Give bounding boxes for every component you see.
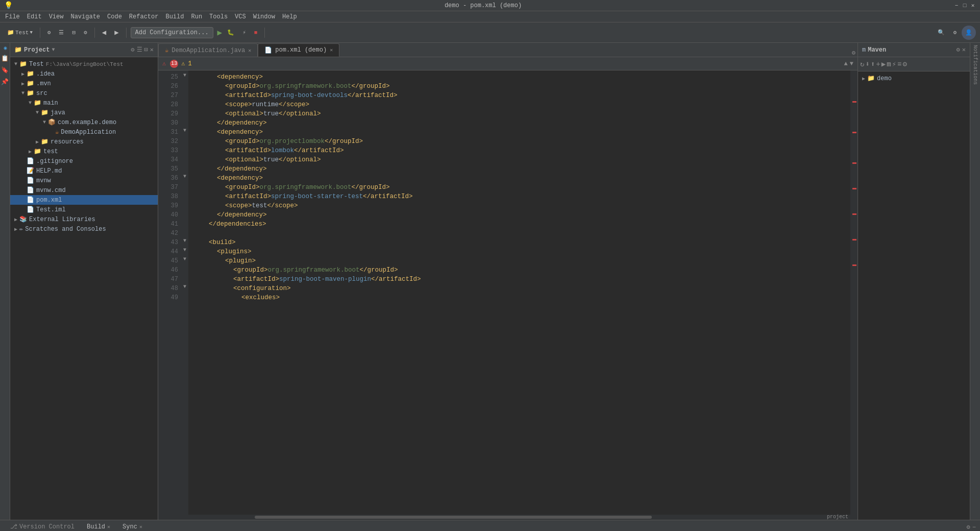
tab-version-control[interactable]: ⎇ Version Control (4, 521, 81, 532)
expand-btn[interactable]: ⊟ (69, 28, 79, 37)
fold-31[interactable]: ▼ (183, 128, 186, 133)
maven-action-download[interactable]: ⬇ (865, 60, 869, 68)
debug-button[interactable]: 🐛 (224, 28, 237, 37)
fold-43[interactable]: ▼ (183, 238, 186, 244)
maven-demo-arrow: ▶ (862, 76, 865, 82)
menu-vcs[interactable]: VCS (232, 12, 249, 21)
code-area[interactable]: <dependency> <groupId>org.springframewor… (188, 70, 850, 520)
list-btn[interactable]: ☰ (56, 28, 67, 37)
h-scrollbar-thumb[interactable] (255, 516, 652, 519)
maximize-btn[interactable]: □ (962, 3, 968, 9)
tab-sync-active[interactable]: Sync ✕ (116, 521, 149, 532)
tree-ext-libs[interactable]: ▶ 📚 External Libraries (10, 214, 158, 224)
build-close[interactable]: ✕ (107, 524, 110, 530)
fold-25[interactable]: ▼ (183, 73, 186, 78)
sidebar-icon-3[interactable]: 🔖 (1, 66, 9, 74)
project-settings-icon[interactable]: ⚙ (131, 46, 134, 54)
tree-demo-app[interactable]: ☕ DemoApplication (10, 127, 158, 137)
maven-demo-item[interactable]: ▶ 📁 demo (860, 74, 968, 83)
mvnwcmd-icon: 📄 (27, 186, 34, 194)
maven-action-m[interactable]: m (887, 60, 891, 68)
notifications-btn[interactable]: 👤 (962, 26, 976, 40)
project-dropdown-arrow[interactable]: ▼ (52, 47, 55, 53)
tree-idea[interactable]: ▶ 📁 .idea (10, 69, 158, 79)
settings-btn[interactable]: ⚙ (44, 28, 54, 37)
maven-demo-icon: 📁 (867, 75, 875, 82)
maven-settings-icon[interactable]: ⚙ (957, 46, 960, 54)
run-coverage-btn[interactable]: ⚡ (239, 28, 249, 37)
tree-mvn[interactable]: ▶ 📁 .mvn (10, 79, 158, 88)
fold-44[interactable]: ▼ (183, 247, 186, 253)
maven-action-upload[interactable]: ⬆ (871, 60, 875, 68)
tree-gitignore[interactable]: 📄 .gitignore (10, 156, 158, 166)
tab-pom[interactable]: 📄 pom.xml (demo) ✕ (258, 43, 339, 57)
maven-action-refresh[interactable]: ↻ (860, 60, 864, 68)
project-collapse-icon[interactable]: ⊟ (144, 46, 148, 54)
menu-navigate[interactable]: Navigate (67, 12, 103, 21)
bottom-minimize-icon[interactable]: − (972, 524, 976, 531)
menu-file[interactable]: File (2, 12, 23, 21)
tree-root[interactable]: ▼ 📁 Test F:\Java\SpringBoot\Test (10, 59, 158, 69)
minimize-btn[interactable]: − (953, 3, 960, 9)
tree-test[interactable]: ▶ 📁 test (10, 147, 158, 156)
tree-mvnwcmd[interactable]: 📄 mvnw.cmd (10, 185, 158, 195)
forward-btn[interactable]: ▶ (111, 27, 121, 38)
menu-window[interactable]: Window (250, 12, 278, 21)
tree-resources[interactable]: ▶ 📁 resources (10, 137, 158, 147)
menu-help[interactable]: Help (279, 12, 300, 21)
sidebar-project-icon[interactable]: ◉ (2, 45, 8, 51)
h-scrollbar[interactable]: project (188, 515, 850, 520)
fold-45[interactable]: ▼ (183, 256, 186, 262)
back-btn[interactable]: ◀ (99, 27, 109, 38)
code-line-25: <dependency> (192, 73, 846, 82)
tab-build[interactable]: Build ✕ (81, 521, 116, 532)
menu-code[interactable]: Code (104, 12, 125, 21)
tree-scratches[interactable]: ▶ ✏️ Scratches and Consoles (10, 224, 158, 234)
menu-refactor[interactable]: Refactor (126, 12, 162, 21)
maven-action-lightning[interactable]: ⚡ (892, 60, 896, 68)
tree-package[interactable]: ▼ 📦 com.example.demo (10, 117, 158, 127)
fold-36[interactable]: ▼ (183, 174, 186, 179)
tree-main[interactable]: ▼ 📁 main (10, 98, 158, 108)
project-list-icon[interactable]: ☰ (137, 46, 142, 54)
right-tab-notifications[interactable]: Notifications (972, 45, 978, 85)
maven-action-settings[interactable]: ⚙ (902, 60, 906, 68)
tree-java[interactable]: ▼ 📁 java (10, 108, 158, 117)
menu-build[interactable]: Build (162, 12, 187, 21)
menu-edit[interactable]: Edit (24, 12, 45, 21)
line-35: 35 (161, 164, 178, 174)
sidebar-icon-4[interactable]: 📌 (1, 78, 9, 86)
menu-view[interactable]: View (46, 12, 67, 21)
tree-mvnw[interactable]: 📄 mvnw (10, 176, 158, 185)
maven-action-run[interactable]: ▶ (881, 60, 886, 68)
menu-tools[interactable]: Tools (206, 12, 231, 21)
tree-help[interactable]: 📝 HELP.md (10, 166, 158, 176)
sidebar-icon-2[interactable]: 📋 (1, 55, 9, 62)
nav-down-btn[interactable]: ▼ (850, 60, 853, 67)
add-configuration-button[interactable]: Add Configuration... (131, 27, 213, 38)
code-line-45: <plugin> (192, 256, 846, 266)
stop-button[interactable]: ■ (251, 29, 261, 37)
menu-run[interactable]: Run (188, 12, 205, 21)
fold-48[interactable]: ▼ (183, 284, 186, 289)
tree-pom[interactable]: 📄 pom.xml (10, 195, 158, 205)
maven-action-list[interactable]: ≡ (897, 60, 901, 68)
tree-testiml[interactable]: 📄 Test.iml (10, 205, 158, 214)
tab-pom-close[interactable]: ✕ (330, 47, 333, 53)
nav-up-btn[interactable]: ▲ (844, 60, 848, 67)
tab-demo-close[interactable]: ✕ (248, 47, 251, 54)
settings-main-btn[interactable]: ⚙ (950, 28, 960, 37)
project-hide-icon[interactable]: ✕ (150, 46, 154, 54)
search-everywhere-btn[interactable]: 🔍 (935, 28, 948, 37)
tree-src[interactable]: ▼ 📁 src (10, 88, 158, 98)
run-button[interactable]: ▶ (217, 28, 223, 38)
config-settings-btn[interactable]: ⚙ (81, 28, 90, 37)
close-btn[interactable]: ✕ (970, 3, 976, 9)
sync-close[interactable]: ✕ (139, 524, 142, 530)
maven-action-add[interactable]: + (876, 60, 880, 68)
project-selector[interactable]: 📁 Test ▼ (4, 28, 36, 37)
tab-demo-application[interactable]: ☕ DemoApplication.java ✕ (158, 43, 258, 57)
tab-overflow-btn[interactable]: ⚙ (852, 49, 855, 57)
bottom-settings-icon[interactable]: ⚙ (967, 523, 970, 531)
maven-close-icon[interactable]: ✕ (962, 46, 966, 54)
